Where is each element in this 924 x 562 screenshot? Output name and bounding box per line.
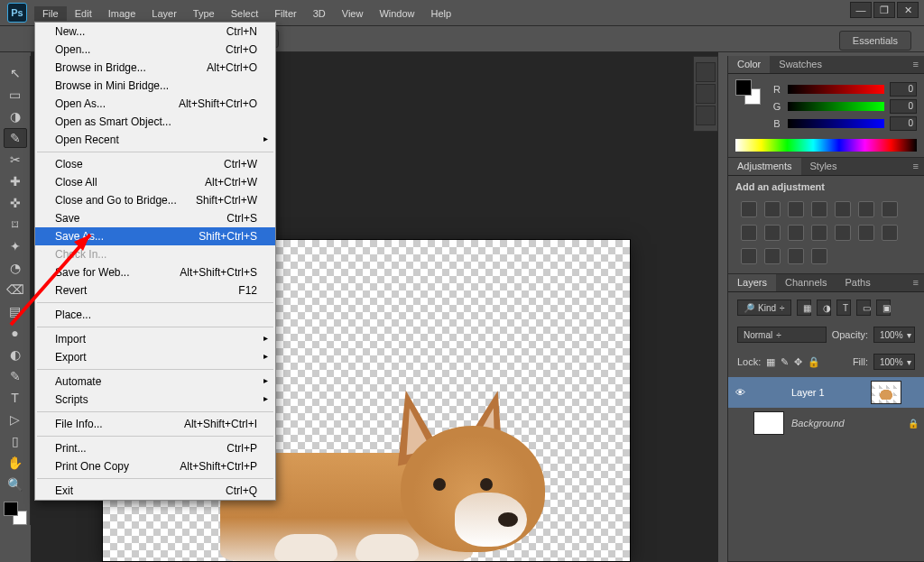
filter-smart-icon[interactable]: ▣ xyxy=(876,299,891,316)
tab-layers[interactable]: Layers xyxy=(728,274,776,291)
tab-channels[interactable]: Channels xyxy=(776,274,836,291)
tool-icon[interactable]: 🔍 xyxy=(4,474,27,494)
tab-paths[interactable]: Paths xyxy=(836,274,880,291)
menu-item-revert[interactable]: RevertF12 xyxy=(35,281,275,299)
panel-menu-icon[interactable]: ≡ xyxy=(908,274,924,291)
adjustment-icon[interactable] xyxy=(764,248,781,264)
adjustment-icon[interactable] xyxy=(741,201,757,217)
tool-icon[interactable]: ↖ xyxy=(4,63,27,83)
close-button[interactable]: ✕ xyxy=(897,2,919,18)
menu-item-print[interactable]: Print...Ctrl+P xyxy=(35,439,275,457)
tab-adjustments[interactable]: Adjustments xyxy=(728,158,801,175)
adjustment-icon[interactable] xyxy=(741,225,757,241)
adjustment-icon[interactable] xyxy=(741,248,757,264)
adjustment-icon[interactable] xyxy=(788,248,804,264)
tool-icon[interactable]: ◑ xyxy=(4,106,27,126)
menu-item-new[interactable]: New...Ctrl+N xyxy=(35,23,275,41)
color-swatch-tool[interactable] xyxy=(4,502,27,525)
menu-edit[interactable]: Edit xyxy=(67,6,100,21)
tab-color[interactable]: Color xyxy=(728,56,770,73)
menu-item-open[interactable]: Open...Ctrl+O xyxy=(35,41,275,59)
menu-item-close-all[interactable]: Close AllAlt+Ctrl+W xyxy=(35,173,275,191)
menu-type[interactable]: Type xyxy=(185,6,223,21)
tab-swatches[interactable]: Swatches xyxy=(770,56,831,73)
menu-layer[interactable]: Layer xyxy=(143,6,185,21)
tool-icon[interactable]: ▭ xyxy=(4,85,27,105)
lock-all-icon[interactable]: 🔒 xyxy=(808,356,820,368)
tool-icon[interactable]: T xyxy=(4,388,27,408)
adjustment-icon[interactable] xyxy=(811,248,827,264)
menu-item-open-as-smart-object[interactable]: Open as Smart Object... xyxy=(35,113,275,131)
filter-type-icon[interactable]: T xyxy=(836,299,851,316)
tool-icon[interactable]: ✂ xyxy=(4,150,27,170)
layer-kind-filter[interactable]: 🔎Kind ÷ xyxy=(737,299,791,316)
tool-icon[interactable]: ✎ xyxy=(4,366,27,386)
color-spectrum[interactable] xyxy=(735,139,917,152)
menu-item-save[interactable]: SaveCtrl+S xyxy=(35,209,275,227)
adjustment-icon[interactable] xyxy=(858,201,874,217)
menu-item-open-as[interactable]: Open As...Alt+Shift+Ctrl+O xyxy=(35,95,275,113)
adjustment-icon[interactable] xyxy=(811,225,827,241)
tab-styles[interactable]: Styles xyxy=(801,158,846,175)
adjustment-icon[interactable] xyxy=(835,225,851,241)
menu-view[interactable]: View xyxy=(334,6,372,21)
menu-item-scripts[interactable]: Scripts xyxy=(35,391,275,409)
collapsed-panel-icon[interactable] xyxy=(696,62,716,82)
filter-pixel-icon[interactable]: ▦ xyxy=(797,299,811,316)
collapsed-panel-icon[interactable] xyxy=(696,106,716,125)
menu-item-save-as[interactable]: Save As...Shift+Ctrl+S xyxy=(35,227,275,245)
lock-pixels-icon[interactable]: ✎ xyxy=(781,356,789,368)
blend-mode-select[interactable]: Normal ÷ xyxy=(737,327,827,343)
menu-select[interactable]: Select xyxy=(223,6,267,21)
menu-window[interactable]: Window xyxy=(371,6,422,21)
b-slider[interactable] xyxy=(788,119,884,128)
menu-3d[interactable]: 3D xyxy=(305,6,334,21)
adjustment-icon[interactable] xyxy=(788,225,804,241)
tool-icon[interactable]: ⌑ xyxy=(4,215,27,235)
adjustment-icon[interactable] xyxy=(764,201,781,217)
lock-trans-icon[interactable]: ▦ xyxy=(766,356,775,368)
b-value[interactable]: 0 xyxy=(890,116,917,131)
g-slider[interactable] xyxy=(788,102,884,111)
minimize-button[interactable]: — xyxy=(850,2,872,18)
menu-item-browse-in-mini-bridge[interactable]: Browse in Mini Bridge... xyxy=(35,77,275,95)
maximize-button[interactable]: ❐ xyxy=(873,2,895,18)
menu-item-close[interactable]: CloseCtrl+W xyxy=(35,155,275,173)
menu-image[interactable]: Image xyxy=(100,6,144,21)
layer-name[interactable]: Background xyxy=(791,418,901,428)
menu-item-close-and-go-to-bridge[interactable]: Close and Go to Bridge...Shift+Ctrl+W xyxy=(35,191,275,209)
menu-item-browse-in-bridge[interactable]: Browse in Bridge...Alt+Ctrl+O xyxy=(35,59,275,77)
adjustment-icon[interactable] xyxy=(811,201,827,217)
collapsed-panel-icon[interactable] xyxy=(696,84,716,104)
panel-menu-icon[interactable]: ≡ xyxy=(908,56,924,73)
menu-item-export[interactable]: Export xyxy=(35,348,275,366)
tool-icon[interactable]: ✎ xyxy=(4,128,27,148)
opacity-field[interactable]: 100% ▾ xyxy=(873,327,915,343)
menu-item-file-info[interactable]: File Info...Alt+Shift+Ctrl+I xyxy=(35,415,275,433)
tool-icon[interactable]: ⌫ xyxy=(4,280,27,299)
adjustment-icon[interactable] xyxy=(882,225,898,241)
menu-item-print-one-copy[interactable]: Print One CopyAlt+Shift+Ctrl+P xyxy=(35,457,275,475)
menu-help[interactable]: Help xyxy=(423,6,460,21)
g-value[interactable]: 0 xyxy=(890,99,917,114)
menu-item-save-for-web[interactable]: Save for Web...Alt+Shift+Ctrl+S xyxy=(35,263,275,281)
filter-shape-icon[interactable]: ▭ xyxy=(856,299,871,316)
menu-item-place[interactable]: Place... xyxy=(35,306,275,324)
tool-icon[interactable]: ✋ xyxy=(4,453,27,473)
adjustment-icon[interactable] xyxy=(764,225,781,241)
panel-menu-icon[interactable]: ≡ xyxy=(908,158,924,175)
menu-filter[interactable]: Filter xyxy=(266,6,304,21)
visibility-toggle[interactable]: 👁 xyxy=(734,387,746,398)
fill-field[interactable]: 100% ▾ xyxy=(873,354,915,370)
layer-item[interactable]: Background🔒 xyxy=(728,408,924,438)
menu-item-import[interactable]: Import xyxy=(35,330,275,348)
tool-icon[interactable]: ▯ xyxy=(4,431,27,451)
tool-icon[interactable]: ✜ xyxy=(4,193,27,213)
tool-icon[interactable]: ◐ xyxy=(4,345,27,364)
adjustment-icon[interactable] xyxy=(858,225,874,241)
filter-adjust-icon[interactable]: ◑ xyxy=(817,299,831,316)
menu-item-open-recent[interactable]: Open Recent xyxy=(35,131,275,149)
workspace-switcher[interactable]: Essentials xyxy=(839,31,911,51)
menu-file[interactable]: File xyxy=(34,6,67,21)
tool-icon[interactable]: ✦ xyxy=(4,236,27,256)
